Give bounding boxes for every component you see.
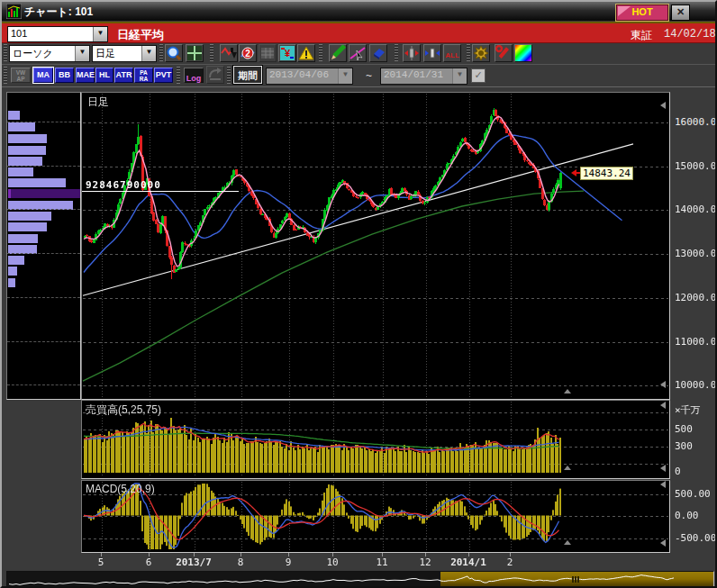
pane-marker-icon[interactable] — [660, 402, 666, 409]
profile-bar — [8, 256, 24, 265]
symbol-code-combobox[interactable]: 101 ▼ — [7, 26, 108, 42]
profile-bar — [8, 167, 33, 176]
timeframe-combobox[interactable]: 日足 ▼ — [92, 45, 157, 62]
indicator-button-mae[interactable]: MAE — [76, 68, 95, 83]
chevron-down-icon[interactable]: ▼ — [75, 46, 89, 61]
volume-axis-tick: 500 — [675, 423, 693, 435]
period-from-combobox[interactable]: 2013/04/06 ▼ — [266, 68, 353, 85]
toolbar-grip[interactable] — [159, 44, 163, 61]
indicator-button-para[interactable]: PARA — [134, 68, 153, 83]
close-icon[interactable]: ✕ — [671, 5, 690, 21]
toolbar-grip[interactable] — [177, 67, 180, 84]
grid-settings-icon[interactable] — [186, 44, 204, 62]
indicator-button-pvt[interactable]: PVT — [154, 68, 173, 83]
macd-axis-tick: 0.00 — [675, 510, 699, 521]
profile-gridline — [7, 209, 80, 210]
time-axis-tick: 2 — [507, 556, 513, 568]
range-navigator-canvas[interactable] — [7, 572, 713, 586]
gold-gear-icon[interactable] — [472, 44, 490, 62]
chevron-down-icon: ▼ — [338, 68, 352, 84]
pane-marker-icon[interactable] — [660, 481, 666, 488]
time-axis-tick: 10 — [326, 556, 338, 568]
toolbar-grip[interactable] — [319, 44, 322, 61]
indicator-button-hl[interactable]: HL — [95, 68, 113, 83]
compress-icon[interactable] — [403, 44, 421, 62]
eraser-icon[interactable] — [369, 44, 387, 62]
profile-bar — [8, 267, 17, 276]
chevron-down-icon[interactable]: ▼ — [141, 46, 156, 61]
price-axis-tick: 15000.00 — [675, 160, 717, 172]
zoom-icon[interactable] — [165, 44, 183, 62]
period-button[interactable]: 期間 — [233, 66, 262, 84]
expand-icon[interactable] — [423, 44, 441, 62]
indicator-button-bb[interactable]: BB — [55, 68, 74, 83]
symbol-code-value: 101 — [8, 27, 93, 41]
number2-icon[interactable]: 2 — [239, 44, 257, 62]
pane-marker-icon[interactable] — [660, 381, 666, 388]
wrench-icon[interactable] — [495, 44, 513, 62]
macd-axis-tick: 500.00 — [675, 488, 711, 500]
time-axis-tick: 6 — [146, 556, 152, 568]
main-chart-pane[interactable] — [81, 92, 670, 400]
indicator-button-ma[interactable]: MA — [33, 68, 53, 83]
exchange-label: 東証 — [631, 28, 652, 43]
period-checkbox[interactable]: ✓ — [471, 68, 486, 83]
indicator-button-vwap[interactable]: VWAP — [11, 68, 31, 83]
grid-disabled-icon[interactable] — [259, 44, 277, 62]
profile-bar — [8, 146, 46, 155]
profile-gridline — [7, 253, 80, 254]
palette-icon[interactable] — [514, 44, 532, 62]
profile-bar — [8, 178, 66, 187]
volume-profile-pane[interactable] — [6, 92, 81, 400]
indicator-button-atr[interactable]: ATR — [114, 68, 133, 83]
toolbar-grip[interactable] — [4, 67, 7, 84]
candlestick-chart-canvas[interactable] — [82, 93, 669, 399]
time-axis-tick: 8 — [238, 556, 244, 568]
title-bar[interactable]: チャート: 101 HOT ✕ — [2, 2, 715, 21]
volume-chart-canvas[interactable] — [82, 401, 669, 478]
volume-pane[interactable] — [81, 400, 670, 479]
redraw-icon[interactable] — [206, 66, 224, 84]
alert-icon[interactable] — [297, 44, 315, 62]
profile-bar — [8, 134, 47, 143]
volume-at-price-label: 92846790000 — [86, 179, 161, 191]
hot-button[interactable]: HOT — [616, 5, 668, 21]
toolbar-grip[interactable] — [4, 44, 7, 61]
profile-gridline — [7, 384, 80, 385]
profile-bar — [8, 212, 51, 221]
scroll-hint-icon — [564, 389, 571, 394]
time-axis — [2, 553, 715, 571]
toolbar-grip[interactable] — [467, 44, 470, 61]
chart-type-combobox[interactable]: ローソク ▼ — [9, 45, 90, 62]
range-scrollbar[interactable] — [6, 571, 714, 587]
price-axis-tick: 11000.00 — [675, 336, 717, 348]
profile-gridline — [7, 166, 80, 167]
period-from-value: 2013/04/06 — [267, 68, 338, 84]
profile-gridline — [7, 122, 80, 122]
period-to-value: 2014/01/31 — [381, 68, 452, 84]
period-to-combobox[interactable]: 2014/01/31 ▼ — [380, 68, 467, 85]
window-title: チャート: 101 — [24, 5, 93, 20]
toolbar-grip[interactable] — [210, 44, 213, 61]
time-axis-tick: 12 — [419, 556, 431, 568]
toolbar-grip[interactable] — [395, 44, 398, 61]
log-scale-button[interactable]: Log — [184, 68, 204, 83]
trendline-pointer-icon[interactable] — [349, 44, 367, 62]
scroll-hint-icon — [564, 466, 571, 470]
macd-pane[interactable] — [81, 480, 670, 553]
chart-save-icon[interactable] — [220, 44, 238, 62]
time-axis-tick: 2013/7 — [176, 556, 212, 568]
pencil-icon[interactable] — [329, 44, 347, 62]
chevron-down-icon[interactable]: ▼ — [93, 27, 107, 41]
toolbar-grip[interactable] — [227, 67, 231, 84]
price-axis-tick: 10000.00 — [675, 379, 717, 391]
pane-marker-icon[interactable] — [660, 539, 666, 547]
price-axis-tick: 12000.00 — [675, 292, 717, 303]
pane-marker-icon[interactable] — [660, 465, 666, 472]
scroll-hint-icon — [564, 540, 571, 545]
pane-marker-icon[interactable] — [660, 102, 666, 109]
last-price-label: 14843.24 — [580, 167, 633, 180]
all-range-icon[interactable]: ALL — [443, 44, 461, 62]
yen-icon[interactable]: ¥ — [278, 44, 296, 62]
macd-chart-canvas[interactable] — [82, 481, 669, 552]
